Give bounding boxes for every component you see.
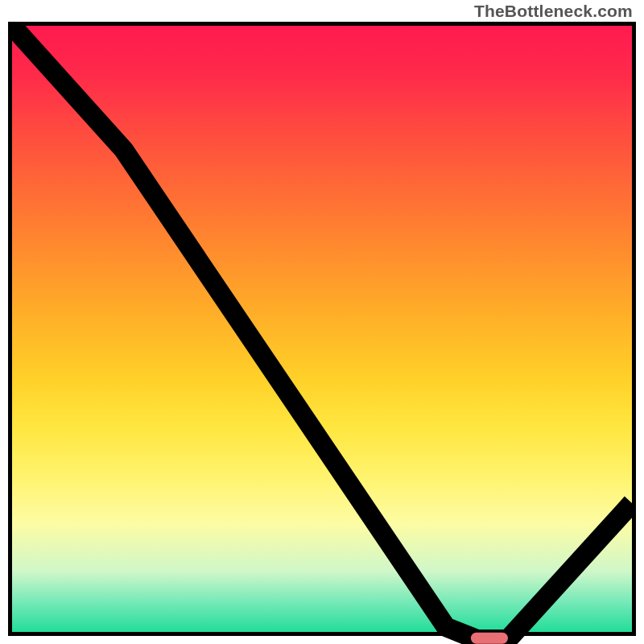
chart-svg	[12, 26, 632, 644]
optimal-marker	[471, 633, 508, 644]
chart-frame	[8, 22, 636, 636]
bottleneck-curve	[12, 26, 632, 639]
watermark-text: TheBottleneck.com	[474, 2, 633, 21]
